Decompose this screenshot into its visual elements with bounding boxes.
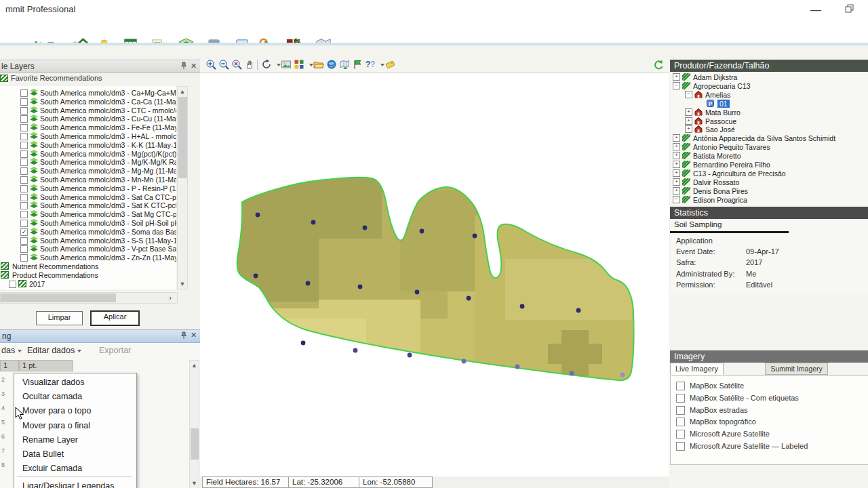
menu-das[interactable]: das [1, 346, 22, 355]
layer-checkbox[interactable] [20, 176, 28, 184]
layer-checkbox[interactable] [20, 245, 28, 253]
imagery-option[interactable]: Microsoft Azure Satellite — Labeled [676, 442, 866, 451]
restore-button[interactable] [840, 4, 860, 15]
open-folder-icon[interactable] [313, 59, 325, 70]
layer-checkbox[interactable] [20, 211, 28, 218]
tree-node[interactable]: +Denis Bona Pires [670, 187, 868, 195]
imagery-option[interactable]: MapBox estradas [676, 406, 866, 415]
sample-point[interactable] [420, 229, 425, 234]
menu-editar-dados[interactable]: Editar dados [27, 346, 81, 355]
collapse-icon[interactable]: − [673, 196, 680, 203]
imagery-option[interactable]: MapBox topográfico [676, 418, 866, 427]
tab-live-imagery[interactable]: Live Imagery [670, 363, 724, 375]
minimize-button[interactable]: — [806, 4, 826, 15]
layer-checkbox[interactable] [20, 124, 28, 131]
pan-icon[interactable] [244, 59, 256, 70]
expand-icon[interactable]: + [673, 187, 680, 195]
sample-point[interactable] [358, 285, 363, 289]
map-undo-button[interactable] [653, 60, 664, 73]
identify-icon[interactable]: ?? [365, 59, 376, 70]
layer-checkbox[interactable] [20, 107, 28, 115]
layer-checkbox[interactable] [20, 150, 28, 158]
sample-point[interactable] [462, 359, 467, 364]
expand-icon[interactable]: + [673, 161, 680, 168]
layer-checkbox[interactable] [20, 220, 28, 227]
tree-node[interactable]: +Adam Dijkstra [670, 73, 868, 81]
layer-checkbox[interactable] [20, 167, 28, 175]
flag-icon[interactable] [352, 59, 363, 70]
google-earth-icon[interactable] [326, 59, 338, 70]
expand-icon[interactable]: + [685, 125, 692, 133]
tree-node[interactable]: −Edison Proagrica [670, 196, 868, 204]
export-image-icon[interactable] [281, 59, 292, 70]
tag-icon[interactable] [384, 59, 396, 70]
layer-checkbox[interactable] [20, 237, 28, 245]
expand-icon[interactable]: + [673, 143, 680, 150]
layers-vscrollbar[interactable]: ▲ ▼ [177, 86, 188, 289]
sample-point[interactable] [467, 296, 471, 301]
tab-summit-imagery[interactable]: Summit Imagery [765, 363, 827, 375]
zoom-in-icon[interactable] [205, 59, 217, 70]
tree-node[interactable]: +Mata Burro [670, 108, 868, 117]
tree-node[interactable]: +Antonio Pequito Tavares [670, 143, 868, 151]
expand-icon[interactable]: + [673, 152, 680, 159]
expand-icon[interactable]: + [685, 117, 692, 125]
layer-checkbox[interactable] [20, 115, 28, 123]
tree-node[interactable]: +C13 - Agricultura de Precisão [670, 169, 868, 178]
context-menu-item[interactable]: Rename Layer [22, 433, 131, 447]
expand-icon[interactable]: + [685, 108, 692, 116]
sample-point[interactable] [473, 234, 477, 239]
context-menu-item[interactable]: Mover para o topo [22, 404, 131, 418]
sample-point[interactable] [408, 353, 412, 358]
context-menu-item[interactable]: Ligar/Desligar Legendas [22, 479, 131, 488]
pin-icon[interactable] [180, 62, 187, 72]
apply-button[interactable]: Aplicar [90, 310, 140, 326]
tree-node[interactable]: +Dalvir Rossato [670, 178, 868, 186]
sample-point[interactable] [620, 373, 625, 378]
context-menu-item[interactable]: Excluir Camada [22, 462, 131, 475]
layer-checkbox[interactable]: ✓ [20, 228, 28, 236]
layer-checkbox[interactable] [20, 194, 28, 201]
close-icon[interactable]: ✕ [191, 62, 197, 70]
layer-checkbox[interactable] [20, 89, 28, 97]
imagery-checkbox[interactable] [676, 430, 685, 439]
close-icon[interactable]: ✕ [191, 331, 197, 340]
layer-checkbox[interactable] [9, 281, 16, 288]
revert-icon[interactable] [261, 59, 273, 70]
tree-node[interactable]: P01 [670, 100, 868, 108]
sample-point[interactable] [256, 213, 260, 218]
context-menu-item[interactable]: Ocultar camada [22, 390, 131, 403]
layer-checkbox[interactable] [20, 142, 28, 149]
sample-point[interactable] [363, 226, 368, 230]
collapse-icon[interactable]: − [673, 82, 680, 89]
imagery-option[interactable]: MapBox Satélite [676, 382, 866, 391]
imagery-option[interactable]: MapBox Satélite - Com etiquetas [676, 394, 866, 403]
layer-checkbox[interactable] [20, 185, 28, 192]
clear-button[interactable]: Limpar [36, 311, 83, 325]
expand-icon[interactable]: + [673, 169, 680, 177]
layers-hscrollbar[interactable]: › [0, 292, 178, 304]
layer-checkbox[interactable] [20, 159, 28, 166]
context-menu-item[interactable]: Mover para o final [22, 419, 131, 432]
import-map-icon[interactable] [339, 59, 351, 70]
field-map[interactable] [200, 73, 669, 476]
sample-point[interactable] [515, 365, 520, 369]
sample-point[interactable] [301, 341, 306, 346]
context-menu-item[interactable]: Data Bullet [22, 447, 131, 461]
layer-checkbox[interactable] [20, 98, 28, 106]
imagery-checkbox[interactable] [676, 406, 685, 415]
tree-node[interactable]: −Agropecuaria C13 [670, 82, 868, 90]
imagery-option[interactable]: Microsoft Azure Satellite [676, 430, 866, 439]
tree-node[interactable]: +Bernardino Pereira Filho [670, 161, 868, 169]
imagery-checkbox[interactable] [676, 382, 685, 390]
sample-point[interactable] [306, 281, 311, 286]
sample-point[interactable] [353, 348, 358, 353]
expand-icon[interactable]: + [673, 134, 680, 142]
expand-icon[interactable]: + [673, 73, 680, 81]
layer-checkbox[interactable] [20, 254, 28, 262]
statistics-tab[interactable]: Soil Sampling [674, 220, 722, 228]
legend-grid-icon[interactable] [294, 59, 305, 70]
imagery-checkbox[interactable] [676, 394, 685, 403]
collapse-icon[interactable]: − [685, 91, 692, 98]
tree-node[interactable]: −Amelias [670, 91, 868, 99]
